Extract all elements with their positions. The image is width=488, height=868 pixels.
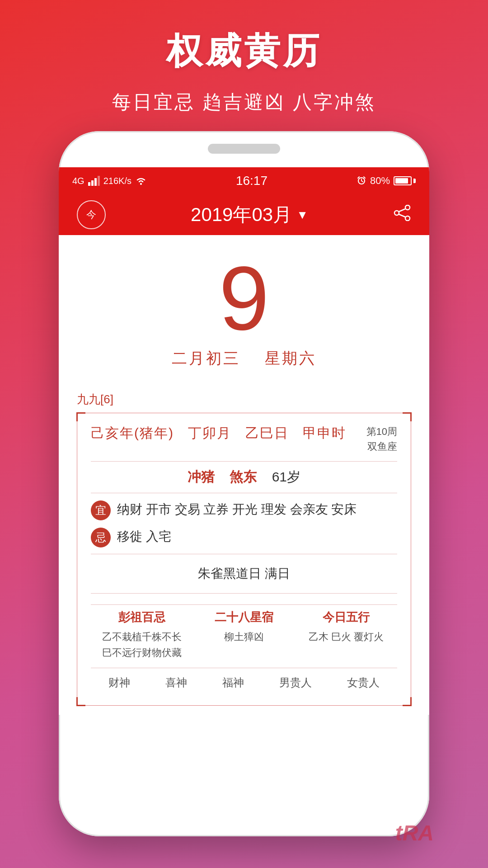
status-time: 16:17: [236, 174, 267, 188]
status-left: 4G 216K/s: [72, 176, 147, 186]
info-card: 己亥年(猪年) 丁卯月 乙巳日 甲申时 第10周 双鱼座: [77, 413, 411, 706]
speed-label: 216K/s: [103, 176, 131, 186]
divider-1: [91, 461, 397, 462]
xingxiu-text: 柳土獐凶: [197, 629, 291, 645]
grid-item-wuxing: 今日五行 乙木 巳火 覆灯火: [295, 604, 397, 665]
xingxiu-title: 二十八星宿: [197, 609, 291, 625]
shen-nvguiren: 女贵人: [347, 675, 380, 690]
ganzhi-year: 己亥年(猪年): [91, 425, 174, 440]
ganzhi-time: 甲申时: [303, 425, 346, 440]
yi-row: 宜 纳财 开市 交易 立券 开光 理发 会亲友 安床: [91, 500, 397, 520]
today-button[interactable]: 今: [77, 200, 106, 229]
ganzhi-row: 己亥年(猪年) 丁卯月 乙巳日 甲申时 第10周 双鱼座: [91, 424, 397, 454]
signal-label: 4G: [72, 176, 84, 186]
shen-nanguiren: 男贵人: [279, 675, 312, 690]
shen-fusheng: 福神: [222, 675, 244, 690]
dropdown-arrow-icon: ▼: [296, 208, 308, 222]
svg-point-6: [394, 211, 399, 215]
status-bar: 4G 216K/s 16:17 80%: [59, 167, 429, 194]
svg-rect-1: [91, 180, 94, 186]
yi-badge: 宜: [91, 500, 111, 520]
battery-icon: [394, 176, 416, 185]
zodiac-sign: 双鱼座: [366, 439, 397, 454]
watermark: tRA: [395, 821, 434, 845]
lunar-date: 二月初三: [172, 349, 240, 367]
black-day-row: 朱雀黑道日 满日: [91, 561, 397, 587]
wuxing-text: 乙木 巳火 覆灯火: [299, 629, 394, 645]
svg-point-7: [405, 216, 410, 221]
shen-xisheng: 喜神: [165, 675, 187, 690]
svg-rect-3: [98, 176, 100, 186]
battery-percent: 80%: [370, 175, 390, 187]
pengzu-title: 彭祖百忌: [94, 609, 189, 625]
ganzhi-main: 己亥年(猪年) 丁卯月 乙巳日 甲申时: [91, 424, 346, 443]
ji-row: 忌 移徙 入宅: [91, 527, 397, 547]
chong-label1: 冲猪: [188, 469, 215, 484]
divider-2: [91, 493, 397, 493]
week-number: 第10周: [366, 424, 397, 439]
month-text: 2019年03月: [191, 202, 292, 227]
share-button[interactable]: [393, 205, 411, 225]
chong-age: 61岁: [272, 469, 300, 484]
corner-br-decoration: [403, 697, 412, 706]
wifi-icon: [135, 176, 147, 185]
pengzu-line1: 乙不栽植千株不长: [94, 629, 189, 645]
day-number: 9: [59, 253, 429, 344]
svg-line-8: [399, 209, 405, 212]
grid-item-xingxiu: 二十八星宿 柳土獐凶: [193, 604, 295, 665]
chong-row: 冲猪 煞东 61岁: [91, 468, 397, 486]
date-section: 9 二月初三 星期六: [59, 235, 429, 392]
ganzhi-month: 丁卯月: [188, 425, 231, 440]
nav-month-title[interactable]: 2019年03月 ▼: [191, 202, 308, 227]
yi-text: 纳财 开市 交易 立券 开光 理发 会亲友 安床: [117, 500, 357, 520]
phone-speaker: [208, 144, 280, 154]
status-right: 80%: [357, 175, 416, 187]
app-title: 权威黄历: [0, 27, 488, 76]
weekday: 星期六: [265, 349, 316, 367]
svg-line-9: [399, 214, 405, 217]
ganzhi-day: 乙巳日: [245, 425, 289, 440]
bottom-grid: 彭祖百忌 乙不栽植千株不长 巳不远行财物伏藏 二十八星宿 柳土獐凶 今日五行 乙…: [91, 600, 397, 665]
shen-row: 财神 喜神 福神 男贵人 女贵人: [91, 668, 397, 694]
nav-bar[interactable]: 今 2019年03月 ▼: [59, 194, 429, 235]
app-subtitle: 每日宜忌 趋吉避凶 八字冲煞: [0, 90, 488, 115]
divider-4: [91, 593, 397, 594]
svg-point-5: [405, 205, 410, 210]
corner-bl-decoration: [76, 697, 85, 706]
ji-badge: 忌: [91, 528, 111, 547]
svg-point-4: [140, 183, 142, 185]
grid-item-pengzu: 彭祖百忌 乙不栽植千株不长 巳不远行财物伏藏: [91, 604, 193, 665]
date-lunar-weekday: 二月初三 星期六: [59, 348, 429, 369]
ganzhi-side: 第10周 双鱼座: [366, 424, 397, 454]
signal-bars-icon: [88, 176, 100, 186]
phone-frame: 4G 216K/s 16:17 80%: [59, 131, 429, 836]
divider-3: [91, 554, 397, 554]
alarm-icon: [357, 176, 366, 186]
main-content: 9 二月初三 星期六 九九[6] 己亥年(猪年): [59, 235, 429, 715]
info-card-section: 九九[6] 己亥年(猪年) 丁卯月 乙巳日 甲申时: [59, 392, 429, 715]
corner-tr-decoration: [403, 412, 412, 421]
chong-label2: 煞东: [230, 469, 257, 484]
corner-tl-decoration: [76, 412, 85, 421]
wuxing-title: 今日五行: [299, 609, 394, 625]
shen-caisheng: 财神: [108, 675, 130, 690]
pengzu-text: 乙不栽植千株不长 巳不远行财物伏藏: [94, 629, 189, 660]
svg-rect-2: [94, 178, 97, 186]
ji-text: 移徙 入宅: [117, 527, 171, 547]
pengzu-line2: 巳不远行财物伏藏: [94, 645, 189, 660]
nine-nine-label: 九九[6]: [77, 392, 411, 407]
svg-rect-0: [88, 182, 90, 186]
